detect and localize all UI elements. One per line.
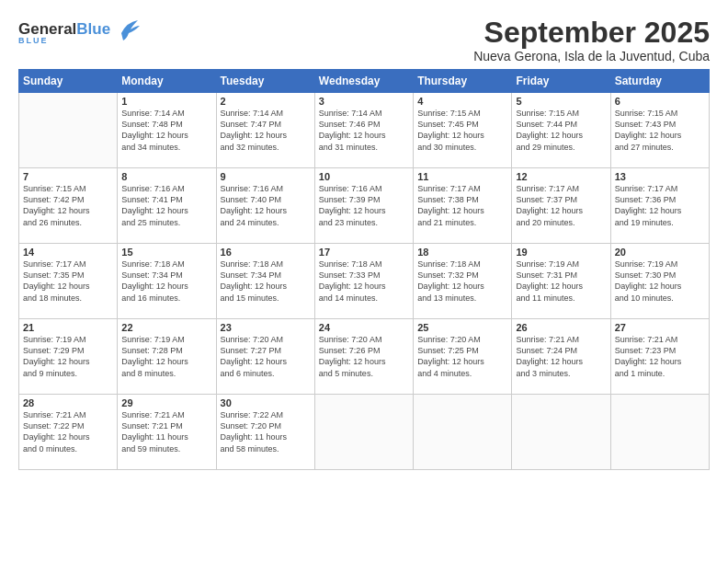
calendar-cell: 27Sunrise: 7:21 AMSunset: 7:23 PMDayligh… xyxy=(610,319,709,395)
calendar-cell: 16Sunrise: 7:18 AMSunset: 7:34 PMDayligh… xyxy=(216,244,314,319)
day-info: Sunrise: 7:19 AMSunset: 7:28 PMDaylight:… xyxy=(121,334,211,379)
day-number: 5 xyxy=(516,96,606,107)
day-number: 14 xyxy=(23,247,113,258)
day-number: 25 xyxy=(417,322,507,333)
header: GeneralBlue BLUE September 2025 Nueva Ge… xyxy=(18,17,710,63)
calendar-cell: 10Sunrise: 7:16 AMSunset: 7:39 PMDayligh… xyxy=(314,168,413,244)
day-number: 16 xyxy=(221,247,311,258)
day-number: 29 xyxy=(121,397,211,408)
calendar-cell: 26Sunrise: 7:21 AMSunset: 7:24 PMDayligh… xyxy=(512,319,610,395)
calendar-cell: 21Sunrise: 7:19 AMSunset: 7:29 PMDayligh… xyxy=(19,319,118,395)
day-number: 2 xyxy=(221,96,311,107)
calendar-cell xyxy=(314,395,413,470)
day-number: 18 xyxy=(417,247,507,258)
weekday-header-sunday: Sunday xyxy=(19,70,118,93)
calendar-table: SundayMondayTuesdayWednesdayThursdayFrid… xyxy=(18,69,710,470)
day-number: 22 xyxy=(121,322,211,333)
calendar-cell: 24Sunrise: 7:20 AMSunset: 7:26 PMDayligh… xyxy=(314,319,413,395)
day-number: 28 xyxy=(23,397,113,408)
day-info: Sunrise: 7:14 AMSunset: 7:47 PMDaylight:… xyxy=(221,108,311,153)
day-number: 4 xyxy=(417,96,507,107)
day-info: Sunrise: 7:21 AMSunset: 7:22 PMDaylight:… xyxy=(23,409,113,454)
calendar-cell xyxy=(610,395,709,470)
day-number: 7 xyxy=(23,171,113,182)
day-number: 20 xyxy=(615,247,705,258)
day-info: Sunrise: 7:17 AMSunset: 7:38 PMDaylight:… xyxy=(417,183,507,228)
calendar-title: September 2025 xyxy=(473,17,710,49)
calendar-week-row: 28Sunrise: 7:21 AMSunset: 7:22 PMDayligh… xyxy=(19,395,710,470)
day-info: Sunrise: 7:16 AMSunset: 7:39 PMDaylight:… xyxy=(319,183,409,228)
calendar-cell xyxy=(19,93,118,168)
day-info: Sunrise: 7:21 AMSunset: 7:21 PMDaylight:… xyxy=(121,409,211,454)
calendar-cell: 25Sunrise: 7:20 AMSunset: 7:25 PMDayligh… xyxy=(414,319,512,395)
weekday-header-tuesday: Tuesday xyxy=(216,70,314,93)
day-number: 19 xyxy=(516,247,606,258)
day-number: 8 xyxy=(121,171,211,182)
day-number: 24 xyxy=(319,322,409,333)
calendar-cell: 14Sunrise: 7:17 AMSunset: 7:35 PMDayligh… xyxy=(19,244,118,319)
calendar-cell: 8Sunrise: 7:16 AMSunset: 7:41 PMDaylight… xyxy=(118,168,216,244)
page: GeneralBlue BLUE September 2025 Nueva Ge… xyxy=(0,0,728,563)
calendar-cell: 2Sunrise: 7:14 AMSunset: 7:47 PMDaylight… xyxy=(216,93,314,168)
day-info: Sunrise: 7:21 AMSunset: 7:24 PMDaylight:… xyxy=(516,334,606,379)
calendar-cell: 15Sunrise: 7:18 AMSunset: 7:34 PMDayligh… xyxy=(118,244,216,319)
calendar-cell: 5Sunrise: 7:15 AMSunset: 7:44 PMDaylight… xyxy=(512,93,610,168)
day-number: 1 xyxy=(121,96,211,107)
day-info: Sunrise: 7:15 AMSunset: 7:43 PMDaylight:… xyxy=(615,108,705,153)
day-number: 12 xyxy=(516,171,606,182)
title-block: September 2025 Nueva Gerona, Isla de la … xyxy=(473,17,710,63)
day-number: 13 xyxy=(615,171,705,182)
calendar-cell: 7Sunrise: 7:15 AMSunset: 7:42 PMDaylight… xyxy=(19,168,118,244)
day-number: 15 xyxy=(121,247,211,258)
calendar-cell: 17Sunrise: 7:18 AMSunset: 7:33 PMDayligh… xyxy=(314,244,413,319)
day-info: Sunrise: 7:22 AMSunset: 7:20 PMDaylight:… xyxy=(221,409,311,454)
day-info: Sunrise: 7:16 AMSunset: 7:41 PMDaylight:… xyxy=(121,183,211,228)
day-info: Sunrise: 7:20 AMSunset: 7:25 PMDaylight:… xyxy=(417,334,507,379)
day-info: Sunrise: 7:17 AMSunset: 7:37 PMDaylight:… xyxy=(516,183,606,228)
calendar-cell: 30Sunrise: 7:22 AMSunset: 7:20 PMDayligh… xyxy=(216,395,314,470)
day-number: 21 xyxy=(23,322,113,333)
calendar-cell: 11Sunrise: 7:17 AMSunset: 7:38 PMDayligh… xyxy=(414,168,512,244)
calendar-cell: 12Sunrise: 7:17 AMSunset: 7:37 PMDayligh… xyxy=(512,168,610,244)
day-info: Sunrise: 7:17 AMSunset: 7:35 PMDaylight:… xyxy=(23,259,113,304)
day-number: 26 xyxy=(516,322,606,333)
calendar-cell: 22Sunrise: 7:19 AMSunset: 7:28 PMDayligh… xyxy=(118,319,216,395)
day-info: Sunrise: 7:15 AMSunset: 7:45 PMDaylight:… xyxy=(417,108,507,153)
day-number: 23 xyxy=(221,322,311,333)
weekday-header-friday: Friday xyxy=(512,70,610,93)
calendar-week-row: 1Sunrise: 7:14 AMSunset: 7:48 PMDaylight… xyxy=(19,93,710,168)
calendar-subtitle: Nueva Gerona, Isla de la Juventud, Cuba xyxy=(473,49,710,63)
weekday-header-wednesday: Wednesday xyxy=(314,70,413,93)
calendar-cell xyxy=(414,395,512,470)
calendar-week-row: 21Sunrise: 7:19 AMSunset: 7:29 PMDayligh… xyxy=(19,319,710,395)
day-info: Sunrise: 7:17 AMSunset: 7:36 PMDaylight:… xyxy=(615,183,705,228)
day-info: Sunrise: 7:18 AMSunset: 7:34 PMDaylight:… xyxy=(121,259,211,304)
calendar-cell: 1Sunrise: 7:14 AMSunset: 7:48 PMDaylight… xyxy=(118,93,216,168)
calendar-cell: 9Sunrise: 7:16 AMSunset: 7:40 PMDaylight… xyxy=(216,168,314,244)
calendar-cell: 4Sunrise: 7:15 AMSunset: 7:45 PMDaylight… xyxy=(414,93,512,168)
weekday-header-saturday: Saturday xyxy=(610,70,709,93)
calendar-cell: 3Sunrise: 7:14 AMSunset: 7:46 PMDaylight… xyxy=(314,93,413,168)
day-info: Sunrise: 7:20 AMSunset: 7:27 PMDaylight:… xyxy=(221,334,311,379)
day-info: Sunrise: 7:16 AMSunset: 7:40 PMDaylight:… xyxy=(221,183,311,228)
calendar-cell: 6Sunrise: 7:15 AMSunset: 7:43 PMDaylight… xyxy=(610,93,709,168)
weekday-header-monday: Monday xyxy=(118,70,216,93)
weekday-header-thursday: Thursday xyxy=(414,70,512,93)
day-number: 3 xyxy=(319,96,409,107)
day-number: 6 xyxy=(615,96,705,107)
day-number: 11 xyxy=(417,171,507,182)
calendar-cell: 13Sunrise: 7:17 AMSunset: 7:36 PMDayligh… xyxy=(610,168,709,244)
day-number: 30 xyxy=(221,397,311,408)
day-info: Sunrise: 7:18 AMSunset: 7:32 PMDaylight:… xyxy=(417,259,507,304)
day-info: Sunrise: 7:14 AMSunset: 7:46 PMDaylight:… xyxy=(319,108,409,153)
logo: GeneralBlue BLUE xyxy=(18,20,140,46)
day-info: Sunrise: 7:15 AMSunset: 7:44 PMDaylight:… xyxy=(516,108,606,153)
day-info: Sunrise: 7:18 AMSunset: 7:33 PMDaylight:… xyxy=(319,259,409,304)
day-number: 27 xyxy=(615,322,705,333)
calendar-cell: 19Sunrise: 7:19 AMSunset: 7:31 PMDayligh… xyxy=(512,244,610,319)
day-info: Sunrise: 7:14 AMSunset: 7:48 PMDaylight:… xyxy=(121,108,211,153)
logo-bird-icon xyxy=(114,17,140,46)
calendar-cell: 20Sunrise: 7:19 AMSunset: 7:30 PMDayligh… xyxy=(610,244,709,319)
day-number: 9 xyxy=(221,171,311,182)
calendar-cell: 18Sunrise: 7:18 AMSunset: 7:32 PMDayligh… xyxy=(414,244,512,319)
